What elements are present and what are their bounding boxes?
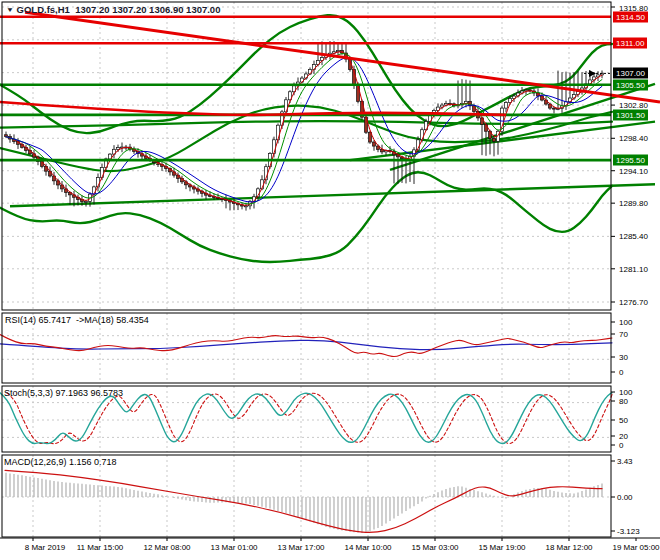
price-tick-label: 1285.40 [619, 232, 648, 241]
trading-chart-window: ▼ GOLD.fs,H1 1307.20 1307.20 1306.90 130… [0, 0, 660, 560]
price-tick-label: 1298.40 [619, 134, 648, 143]
chart-canvas[interactable] [0, 0, 660, 560]
symbol-label: GOLD.fs,H1 [17, 4, 70, 15]
price-tick-label: 1294.10 [619, 166, 648, 175]
candle [505, 103, 508, 109]
price-badge-last: 1307.00 [613, 68, 648, 79]
chart-title: ▼ GOLD.fs,H1 1307.20 1307.20 1306.90 130… [6, 4, 220, 15]
rsi-tick-label: 0 [619, 368, 623, 377]
rsi-tick-label: 30 [619, 353, 628, 362]
price-badge-sup: 1301.50 [613, 109, 648, 120]
candle [85, 201, 88, 202]
price-tick-label: 1276.70 [619, 298, 648, 307]
candle [373, 142, 376, 146]
price-tick-label: 1281.10 [619, 264, 648, 273]
date-label: 19 Mar 05:00 [612, 543, 659, 552]
price-badge-sup: 1295.50 [613, 155, 648, 166]
candle [553, 108, 556, 109]
date-label: 13 Mar 17:00 [277, 543, 324, 552]
date-label: 18 Mar 12:00 [545, 543, 592, 552]
macd-tick-label: 0.00 [617, 493, 633, 502]
stoch-tick-label: 0 [619, 441, 623, 450]
stoch-indicator-label: Stoch(5,3,3) 97.1963 96.5783 [4, 388, 123, 398]
price-tick-label: 1289.80 [619, 199, 648, 208]
price-badge-res: 1311.00 [613, 38, 647, 49]
date-label: 12 Mar 08:00 [143, 543, 190, 552]
macd-indicator-label: MACD(12,26,9) 1.156 0.718 [4, 457, 117, 467]
macd-tick-label: 3.43 [617, 457, 633, 466]
date-label: 13 Mar 01:00 [210, 543, 257, 552]
rsi-tick-label: 70 [619, 330, 628, 339]
rsi-indicator-label: RSI(14) 65.7417 ->MA(18) 58.4354 [5, 315, 149, 325]
date-label: 11 Mar 15:00 [77, 543, 124, 552]
stoch-tick-label: 100 [619, 388, 632, 397]
price-badge-sup: 1305.50 [613, 79, 648, 90]
date-label: 8 Mar 2019 [25, 543, 65, 552]
price-badge-res: 1314.50 [613, 11, 648, 22]
stoch-tick-label: 50 [619, 416, 628, 425]
candle [245, 206, 248, 207]
candle [493, 138, 496, 141]
rsi-tick-label: 100 [619, 318, 632, 327]
ohlc-values: 1307.20 1307.20 1306.90 1307.00 [75, 4, 220, 15]
symbol-dropdown-icon[interactable]: ▼ [6, 7, 14, 14]
price-tick-label: 1302.80 [619, 101, 648, 110]
date-label: 14 Mar 10:00 [344, 543, 391, 552]
date-label: 15 Mar 03:00 [411, 543, 458, 552]
macd-tick-label: -3.123 [617, 527, 640, 536]
candle [117, 148, 120, 150]
stoch-tick-label: 80 [619, 397, 628, 406]
date-label: 15 Mar 19:00 [478, 543, 525, 552]
stoch-tick-label: 20 [619, 432, 628, 441]
